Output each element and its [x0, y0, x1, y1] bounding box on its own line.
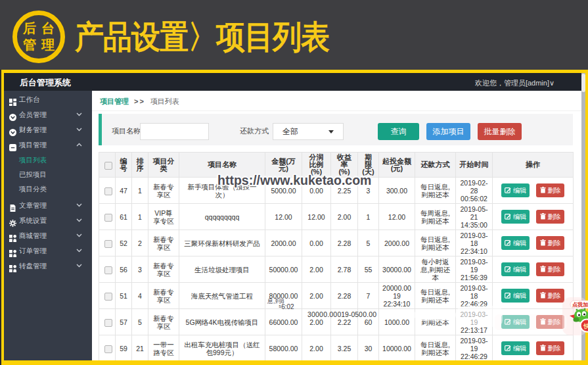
- svg-text:点我加速: 点我加速: [572, 301, 588, 308]
- svg-text:快: 快: [583, 323, 588, 329]
